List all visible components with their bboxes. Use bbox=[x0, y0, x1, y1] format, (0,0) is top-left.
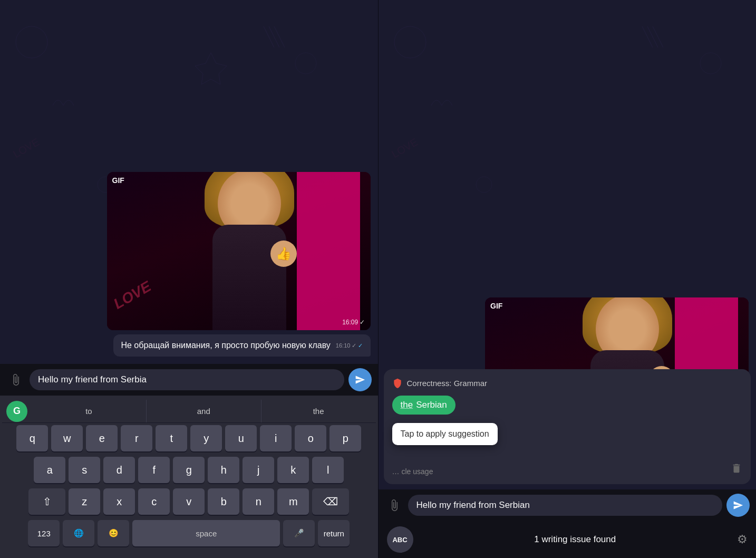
space-key[interactable]: space bbox=[132, 520, 280, 546]
svg-point-1 bbox=[295, 53, 316, 74]
right-message-input[interactable] bbox=[408, 495, 723, 516]
article-usage-text: … bbox=[392, 467, 400, 476]
svg-line-10 bbox=[647, 26, 658, 47]
right-gif-label: GIF bbox=[490, 302, 502, 310]
key-i[interactable]: i bbox=[260, 425, 292, 451]
backspace-key[interactable]: ⌫ bbox=[312, 488, 349, 515]
key-h[interactable]: h bbox=[208, 457, 239, 483]
key-g[interactable]: g bbox=[173, 457, 205, 483]
key-l[interactable]: l bbox=[312, 457, 344, 483]
shift-key[interactable]: ⇧ bbox=[28, 488, 65, 515]
suggestion-to[interactable]: to bbox=[32, 400, 147, 422]
key-c[interactable]: c bbox=[138, 488, 170, 515]
left-panel: LOVE 👍 bbox=[0, 0, 378, 558]
right-attach-button[interactable] bbox=[385, 496, 404, 515]
svg-line-11 bbox=[653, 26, 663, 47]
gif-image: 👍 LOVE GIF 16:09 ✓ bbox=[107, 172, 371, 330]
send-button[interactable] bbox=[348, 368, 372, 391]
gif-label: GIF bbox=[112, 176, 124, 185]
thumb-up: 👍 bbox=[270, 240, 297, 267]
abc-button[interactable]: ABC bbox=[387, 526, 413, 553]
gif-bubble: 👍 LOVE GIF 16:09 ✓ bbox=[107, 172, 371, 330]
correctness-label: Correctness: Grammar bbox=[407, 379, 488, 388]
key-p[interactable]: p bbox=[329, 425, 361, 451]
right-panel: LOVE 👍 bbox=[379, 0, 757, 558]
article-note: … cle usage bbox=[392, 446, 743, 476]
mic-key[interactable]: 🎤 bbox=[283, 520, 315, 546]
key-o[interactable]: o bbox=[295, 425, 326, 451]
chat-text: Не обращай внимания, я просто пробую нов… bbox=[121, 341, 330, 350]
writing-issue-text: 1 writing issue found bbox=[420, 534, 731, 545]
key-s[interactable]: s bbox=[69, 457, 100, 483]
svg-point-0 bbox=[16, 26, 47, 58]
left-input-area bbox=[0, 364, 378, 396]
number-key[interactable]: 123 bbox=[28, 520, 60, 546]
suggestion-chip[interactable]: the Serbian bbox=[392, 396, 455, 415]
svg-line-2 bbox=[264, 26, 274, 47]
key-row-2: a s d f g h j k l bbox=[2, 457, 376, 483]
suggestion-serbian-word: Serbian bbox=[416, 400, 447, 410]
suggestion-the[interactable]: the bbox=[261, 400, 376, 422]
gif-person: 👍 bbox=[197, 198, 302, 330]
grammarly-overlay: Correctness: Grammar the Serbian Tap to … bbox=[384, 369, 751, 484]
svg-text:LOVE: LOVE bbox=[11, 136, 41, 160]
key-u[interactable]: u bbox=[225, 425, 257, 451]
globe-key[interactable]: 🌐 bbox=[63, 520, 94, 546]
svg-line-3 bbox=[269, 26, 279, 47]
key-j[interactable]: j bbox=[243, 457, 274, 483]
person-body bbox=[212, 225, 286, 330]
key-y[interactable]: y bbox=[190, 425, 222, 451]
svg-point-7 bbox=[394, 26, 426, 58]
gif-pink-bg bbox=[297, 172, 360, 330]
key-k[interactable]: k bbox=[277, 457, 309, 483]
key-t[interactable]: t bbox=[156, 425, 187, 451]
text-bubble: Не обращай внимания, я просто пробую нов… bbox=[113, 334, 370, 357]
left-chat-area: LOVE 👍 bbox=[0, 0, 378, 364]
correctness-header: Correctness: Grammar bbox=[392, 378, 743, 388]
key-d[interactable]: d bbox=[103, 457, 135, 483]
grammarly-bottom-bar: ABC 1 writing issue found ⚙ bbox=[379, 521, 757, 558]
gif-time: 16:09 ✓ bbox=[342, 319, 365, 326]
key-row-4: 123 🌐 😊 space 🎤 return bbox=[2, 520, 376, 546]
right-send-button[interactable] bbox=[726, 494, 750, 517]
keyboard: G to and the q w e r t y u i o p a s d f… bbox=[0, 396, 378, 558]
right-input-area bbox=[379, 489, 757, 521]
key-b[interactable]: b bbox=[208, 488, 239, 515]
apply-suggestion-tooltip[interactable]: Tap to apply suggestion bbox=[392, 423, 498, 445]
svg-point-8 bbox=[700, 53, 721, 74]
svg-line-9 bbox=[642, 26, 653, 47]
emoji-key[interactable]: 😊 bbox=[98, 520, 129, 546]
key-f[interactable]: f bbox=[138, 457, 170, 483]
suggestion-and[interactable]: and bbox=[147, 400, 261, 422]
svg-text:LOVE: LOVE bbox=[390, 136, 420, 160]
key-n[interactable]: n bbox=[243, 488, 274, 515]
key-m[interactable]: m bbox=[277, 488, 309, 515]
delete-icon[interactable] bbox=[731, 463, 742, 477]
message-input[interactable] bbox=[30, 369, 344, 390]
key-z[interactable]: z bbox=[69, 488, 100, 515]
gif-frame: 👍 LOVE bbox=[107, 172, 371, 330]
gear-icon-button[interactable]: ⚙ bbox=[737, 533, 748, 546]
suggestion-the-word: the bbox=[401, 400, 413, 410]
grammarly-icon: G bbox=[6, 401, 27, 422]
key-w[interactable]: w bbox=[51, 425, 83, 451]
key-row-1: q w e r t y u i o p bbox=[2, 425, 376, 451]
key-r[interactable]: r bbox=[121, 425, 152, 451]
key-v[interactable]: v bbox=[173, 488, 205, 515]
key-e[interactable]: e bbox=[86, 425, 118, 451]
article-usage-suffix: cle usage bbox=[402, 467, 433, 476]
suggestion-chip-container: the Serbian Tap to apply suggestion bbox=[392, 396, 455, 420]
return-key[interactable]: return bbox=[318, 520, 350, 546]
key-row-3: ⇧ z x c v b n m ⌫ bbox=[2, 488, 376, 515]
svg-point-13 bbox=[476, 177, 492, 193]
key-q[interactable]: q bbox=[16, 425, 48, 451]
shield-icon bbox=[392, 378, 403, 388]
chat-time: 16:10 ✓ bbox=[336, 342, 363, 350]
key-a[interactable]: a bbox=[34, 457, 65, 483]
svg-line-4 bbox=[274, 26, 285, 47]
attach-button[interactable] bbox=[6, 370, 25, 389]
keyboard-suggestions: G to and the bbox=[2, 400, 376, 423]
chat-messages: 👍 LOVE GIF 16:09 ✓ Не обращай внимания, … bbox=[7, 172, 371, 359]
key-x[interactable]: x bbox=[103, 488, 135, 515]
